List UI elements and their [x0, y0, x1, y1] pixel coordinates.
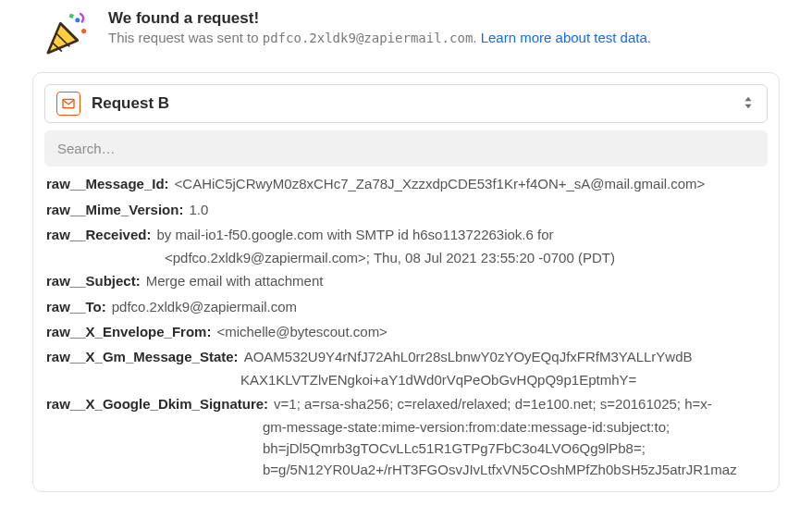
field-value: Merge email with attachment: [146, 270, 775, 291]
field-row: raw__X_Google_Dkim_Signature: v=1; a=rsa…: [46, 391, 775, 416]
field-row: raw__Subject: Merge email with attachmen…: [46, 268, 775, 293]
field-value: <CAHiC5jCRwyM0z8xCHc7_Za78J_XzzxdpCDE53f…: [175, 173, 775, 194]
field-row: raw__X_Gm_Message_State: AOAM532U9Y4rNfJ…: [46, 344, 775, 369]
found-request-banner: We found a request! This request was sen…: [0, 0, 812, 72]
field-list[interactable]: raw__From: Michelle Mitchell <michelle@b…: [33, 170, 779, 491]
learn-more-link[interactable]: Learn more about test data.: [481, 30, 651, 45]
field-value: v=1; a=rsa-sha256; c=relaxed/relaxed; d=…: [274, 393, 775, 414]
request-selector[interactable]: Request B: [44, 84, 768, 123]
field-value: by mail-io1-f50.google.com with SMTP id …: [156, 224, 775, 245]
field-row: raw__Mime_Version: 1.0: [46, 197, 775, 222]
field-key: raw__Message_Id:: [46, 173, 169, 194]
field-row: raw__To: pdfco.2xldk9@zapiermail.com: [46, 294, 775, 319]
sort-handle-icon: [743, 95, 756, 113]
svg-point-2: [81, 29, 86, 33]
mail-icon: [56, 92, 80, 116]
field-value-continuation: <pdfco.2xldk9@zapiermail.com>; Thu, 08 J…: [46, 247, 775, 268]
field-key: raw__X_Envelope_From:: [46, 321, 211, 342]
field-row: raw__Received: by mail-io1-f50.google.co…: [46, 222, 775, 247]
field-value-continuation: b=g/5N12YR0Ua2+/rHT3FGOsvJIvLtfxVN5COshM…: [46, 459, 775, 480]
banner-email: pdfco.2xldk9@zapiermail.com: [263, 31, 474, 45]
svg-marker-0: [48, 23, 78, 53]
field-value-continuation: gm-message-state:mime-version:from:date:…: [46, 416, 775, 438]
field-row: raw__Message_Id: <CAHiC5jCRwyM0z8xCHc7_Z…: [46, 171, 775, 196]
field-value: AOAM532U9Y4rNfJ72AhL0rr28sLbnwY0zYOyEQqJ…: [244, 346, 775, 367]
field-key: raw__To:: [46, 296, 106, 317]
banner-subtitle: This request was sent to pdfco.2xldk9@za…: [108, 30, 651, 45]
banner-text: We found a request! This request was sen…: [108, 9, 651, 45]
svg-marker-5: [744, 96, 751, 100]
field-key: raw__X_Gm_Message_State:: [46, 346, 239, 367]
svg-point-1: [75, 18, 80, 22]
field-key: raw__Subject:: [46, 270, 141, 291]
svg-marker-6: [744, 104, 751, 107]
field-key: raw__X_Google_Dkim_Signature:: [46, 393, 268, 414]
banner-title: We found a request!: [108, 9, 651, 28]
field-key: raw__Received:: [46, 224, 151, 245]
svg-rect-3: [69, 14, 74, 18]
field-value-continuation: KAX1KLVTZlvENgkoi+aY1dWd0rVqPeObGvHQpQ9p…: [46, 369, 775, 390]
field-value: 1.0: [189, 199, 775, 220]
field-value: <michelle@bytescout.com>: [216, 321, 775, 342]
search-input[interactable]: [44, 130, 768, 166]
field-key: raw__Mime_Version:: [46, 199, 183, 220]
field-row: raw__X_Envelope_From: <michelle@bytescou…: [46, 319, 775, 344]
request-selector-label: Request B: [92, 94, 732, 113]
request-card: Request B raw__From: Michelle Mitchell <…: [32, 72, 780, 492]
party-popper-icon: [42, 9, 92, 59]
field-value-continuation: bh=jDl5Qmrb3gTOCvLLc51R1GTPg7FbC3o4LVO6Q…: [46, 438, 775, 459]
field-value: pdfco.2xldk9@zapiermail.com: [112, 296, 775, 317]
